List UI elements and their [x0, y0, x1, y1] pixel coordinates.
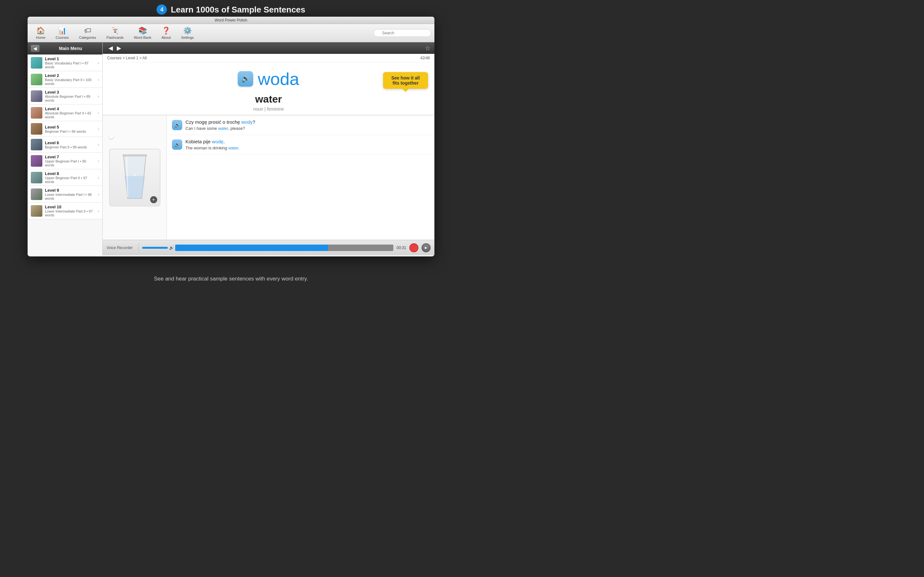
level9-text: Level 9 Lower Intermediate Part I • 98 w… [45, 188, 95, 200]
prev-button[interactable]: ◀ [107, 45, 115, 52]
level5-chevron-icon: › [97, 126, 99, 131]
level7-sub: Upper Beginner Part I • 90 words [45, 159, 95, 167]
level7-thumb [31, 155, 42, 167]
toolbar-item-wordbank[interactable]: 📚 Word Bank [129, 25, 156, 41]
sentence1-english-after: , please? [228, 126, 245, 131]
toolbar: 🏠 Home 📊 Courses 🏷 Categories 🃏 Flashcar… [27, 24, 435, 42]
sidebar-item-level9[interactable]: Level 9 Lower Intermediate Part I • 98 w… [27, 186, 102, 203]
level7-chevron-icon: › [97, 158, 99, 163]
voice-recorder-label: Voice Recorder [107, 245, 136, 250]
sidebar-item-level2[interactable]: Level 2 Basic Vocabulary Part II • 100 w… [27, 71, 102, 88]
app-title: Word Power Polish [215, 18, 247, 23]
level6-sub: Beginner Part II • 99 words [45, 145, 95, 149]
waveform-viz[interactable] [175, 245, 393, 251]
image-expand-button[interactable]: + [150, 196, 157, 203]
sentence2-english-after: . [238, 145, 240, 150]
next-button[interactable]: ▶ [115, 45, 123, 52]
sentence1-english-highlight: water [218, 126, 228, 131]
record-button[interactable] [409, 243, 418, 252]
level9-name: Level 9 [45, 188, 95, 193]
toolbar-item-categories[interactable]: 🏷 Categories [74, 25, 101, 41]
step-badge: 4 [157, 5, 167, 15]
level5-thumb [31, 123, 42, 135]
level9-sub: Lower Intermediate Part I • 98 words [45, 193, 95, 200]
sidebar-item-level10[interactable]: Level 10 Lower Intermediate Part II • 97… [27, 203, 102, 219]
tooltip-callout: See how it all fits together [383, 72, 428, 89]
toolbar-item-settings[interactable]: ⚙️ Settings [176, 25, 199, 41]
app-window: Word Power Polish 🏠 Home 📊 Courses 🏷 Cat… [27, 17, 435, 256]
bottom-caption: See and hear practical sample sentences … [0, 276, 462, 282]
toolbar-item-courses[interactable]: 📊 Courses [50, 25, 74, 41]
toolbar-item-home[interactable]: 🏠 Home [31, 25, 50, 41]
toolbar-label-flashcards: Flashcards [107, 35, 124, 39]
recorder-divider [139, 243, 139, 253]
sentence1-polish-before: Czy mogę prosić o trochę [186, 119, 241, 125]
courses-icon: 📊 [58, 27, 66, 35]
about-icon: ❓ [162, 27, 170, 35]
toolbar-label-courses: Courses [55, 35, 69, 39]
progress-indicator: 42/46 [420, 56, 430, 60]
level10-chevron-icon: › [97, 208, 99, 213]
level4-thumb [31, 107, 42, 119]
recorder-time: 00:31 [397, 245, 406, 250]
glass-svg [115, 152, 154, 203]
page-title: Learn 1000s of Sample Sentences [171, 5, 305, 15]
footer-caption: See and hear practical sample sentences … [154, 276, 309, 282]
sidebar-item-level4[interactable]: Level 4 Absolute Beginner Part II • 82 w… [27, 105, 102, 121]
level1-text: Level 1 Basic Vocabulary Part I • 87 wor… [45, 56, 95, 69]
svg-rect-0 [123, 155, 147, 156]
level2-name: Level 2 [45, 73, 95, 78]
image-panel: + [103, 115, 167, 240]
sentences-section: + 🔊 Czy mogę prosić o trochę wody? [103, 115, 435, 240]
level8-thumb [31, 172, 42, 183]
sentence2-polish-before: Kobieta pije [186, 139, 212, 144]
waveform-progress[interactable] [142, 247, 168, 249]
level8-sub: Upper Beginner Part II • 97 words [45, 176, 95, 184]
sentence2-text: Kobieta pije wodę. The woman is drinking… [186, 139, 429, 150]
sentence2-audio-button[interactable]: 🔊 [172, 139, 182, 150]
sidebar-item-level5[interactable]: Level 5 Beginner Part I • 96 words › [27, 121, 102, 137]
sidebar-title: Main Menu [42, 46, 99, 51]
level9-thumb [31, 189, 42, 200]
toolbar-item-flashcards[interactable]: 🃏 Flashcards [102, 25, 129, 41]
level4-chevron-icon: › [97, 110, 99, 115]
level10-sub: Lower Intermediate Part II • 97 words [45, 210, 95, 217]
level2-thumb [31, 74, 42, 85]
play-button[interactable]: ▶ [422, 243, 431, 252]
toolbar-label-about: About [162, 35, 171, 39]
level3-text: Level 3 Absolute Beginner Part I • 89 wo… [45, 90, 95, 102]
level9-chevron-icon: › [97, 192, 99, 197]
waveform-thumb[interactable] [109, 134, 113, 139]
level5-text: Level 5 Beginner Part I • 96 words [45, 125, 95, 133]
sentence2-polish-after: . [223, 139, 225, 144]
level10-thumb [31, 205, 42, 217]
sidebar: ◀ Main Menu Level 1 Basic Vocabulary Par… [27, 42, 103, 255]
sentence-item-2: 🔊 Kobieta pije wodę. The woman is drinki… [167, 135, 435, 155]
toolbar-label-wordbank: Word Bank [134, 35, 151, 39]
sentence1-english: Can I have some water, please? [186, 126, 429, 131]
sidebar-header: ◀ Main Menu [27, 42, 102, 55]
level2-chevron-icon: › [97, 77, 99, 82]
sidebar-item-level1[interactable]: Level 1 Basic Vocabulary Part I • 87 wor… [27, 55, 102, 71]
sidebar-item-level8[interactable]: Level 8 Upper Beginner Part II • 97 word… [27, 169, 102, 186]
search-input[interactable] [373, 29, 431, 37]
level1-name: Level 1 [45, 56, 95, 61]
sentence1-english-before: Can I have some [186, 126, 218, 131]
level8-chevron-icon: › [97, 175, 99, 180]
word-audio-button[interactable]: 🔊 [238, 71, 253, 87]
level1-sub: Basic Vocabulary Part I • 87 words [45, 61, 95, 69]
sentence1-audio-button[interactable]: 🔊 [172, 120, 182, 130]
level4-text: Level 4 Absolute Beginner Part II • 82 w… [45, 106, 95, 119]
sentence2-english-before: The woman is drinking [186, 145, 228, 150]
level10-text: Level 10 Lower Intermediate Part II • 97… [45, 205, 95, 217]
sidebar-item-level3[interactable]: Level 3 Absolute Beginner Part I • 89 wo… [27, 88, 102, 105]
sidebar-item-level7[interactable]: Level 7 Upper Beginner Part I • 90 words… [27, 153, 102, 169]
favorite-button[interactable]: ☆ [425, 44, 431, 52]
sentence1-polish-highlight: wody [241, 119, 252, 125]
toolbar-item-about[interactable]: ❓ About [157, 25, 176, 41]
sidebar-item-level6[interactable]: Level 6 Beginner Part II • 99 words › [27, 137, 102, 153]
sentence2-english-highlight: water [228, 145, 238, 150]
sentence2-english: The woman is drinking water. [186, 145, 429, 150]
sidebar-back-button[interactable]: ◀ [31, 45, 39, 52]
level8-name: Level 8 [45, 171, 95, 176]
